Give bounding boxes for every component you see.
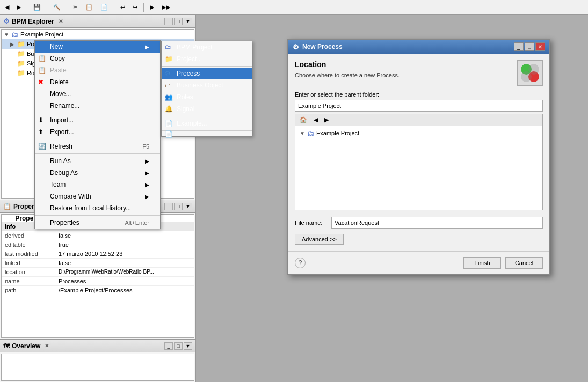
dialog-minimize-btn[interactable]: _ (514, 42, 524, 51)
menu-item-copy[interactable]: 📋 Copy (35, 53, 160, 64)
menu-item-compare-with[interactable]: Compare With ▶ (35, 190, 160, 202)
run2-button[interactable]: ▶▶ (159, 2, 173, 12)
overview-content (1, 354, 194, 381)
submenu-item-example[interactable]: 📄 Example... (162, 117, 252, 129)
roles-sub-icon: 👥 (165, 93, 173, 101)
compare-arrow-icon: ▶ (145, 194, 149, 200)
separator-5 (143, 3, 144, 12)
copy-menu-icon: 📋 (38, 55, 47, 62)
menu-item-debug-as[interactable]: Debug As ▶ (35, 167, 160, 179)
submenu-item-roles[interactable]: 👥 Roles (162, 91, 252, 103)
menu-label-rename: Rename... (50, 102, 79, 109)
dialog-maximize-btn[interactable]: □ (525, 42, 534, 51)
menu-item-paste[interactable]: 📋 Paste (35, 64, 160, 76)
submenu-item-business-object[interactable]: 🗃 Business Object (162, 79, 252, 91)
prop-minimize-btn[interactable]: _ (164, 203, 173, 210)
panel-menu-btn[interactable]: ▼ (184, 18, 192, 25)
prop-key-lastmod: last modified (2, 249, 55, 259)
build-button[interactable]: 🔨 (50, 2, 63, 12)
menu-item-refresh[interactable]: 🔄 Refresh F5 (35, 141, 160, 152)
table-row: location D:\Programmi\WebRatio\WebRatio … (2, 268, 194, 277)
dialog-file-name-input[interactable] (331, 217, 543, 229)
dialog-finish-btn[interactable]: Finish (463, 257, 501, 269)
dialog-close-btn[interactable]: ✕ (535, 42, 545, 51)
roles-icon: 📁 (17, 69, 25, 77)
menu-item-properties[interactable]: Properties Alt+Enter (35, 217, 160, 229)
help-icon[interactable]: ? (295, 258, 306, 268)
submenu-item-process[interactable]: ⚙ Process (162, 68, 252, 79)
dialog-cancel-btn[interactable]: Cancel (505, 257, 543, 269)
dialog-advanced-btn[interactable]: Advanced >> (295, 234, 344, 245)
submenu-item-signal[interactable]: 🔔 Signal (162, 103, 252, 115)
overview-title: 🗺 Overview ✕ (3, 342, 49, 350)
prop-val-derived: false (55, 231, 194, 240)
table-row: derived false (2, 231, 194, 240)
overview-icon: 🗺 (3, 342, 10, 350)
debug-as-arrow-icon: ▶ (145, 170, 149, 176)
menu-label-export: Export... (50, 128, 74, 136)
menu-item-new[interactable]: New ▶ 🗂 BPM Project 📁 Project... ⚙ Proce… (35, 41, 160, 53)
save-button[interactable]: 💾 (31, 2, 43, 12)
menu-item-delete[interactable]: ✖ Delete (35, 76, 160, 88)
business-object-sub-icon: 🗃 (165, 82, 173, 89)
submenu-item-other[interactable]: 📄 (162, 132, 252, 136)
expand-icon: ▼ (4, 32, 10, 38)
prop-menu-btn[interactable]: ▼ (184, 203, 192, 210)
menu-sep-1 (35, 113, 160, 113)
bpm-explorer-close-icon[interactable]: ✕ (59, 18, 63, 24)
expand-icon-proc: ▶ (10, 41, 17, 47)
dialog-file-name-label: File name: (295, 219, 327, 226)
forward-button[interactable]: ▶ (14, 2, 24, 12)
bpm-project-icon: 🗂 (165, 43, 173, 51)
menu-item-restore[interactable]: Restore from Local History... (35, 202, 160, 214)
menu-label-team: Team (50, 181, 66, 188)
table-row: path /Example Project/Processes (2, 286, 194, 295)
menu-item-move[interactable]: Move... (35, 88, 160, 100)
overview-close-icon[interactable]: ✕ (45, 343, 49, 349)
dialog-tree-item-project[interactable]: ▼ 🗂 Example Project (297, 128, 540, 138)
prop-val-location: D:\Programmi\WebRatio\WebRatio BP... (55, 268, 194, 277)
run-button[interactable]: ▶ (147, 2, 157, 12)
dialog-titlebar: ⚙ New Process _ □ ✕ (288, 40, 549, 54)
tree-home-btn[interactable]: 🏠 (297, 115, 309, 124)
dialog-process-icon (517, 60, 543, 86)
tree-forward-btn[interactable]: ▶ (322, 115, 331, 124)
menu-label-properties: Properties (50, 219, 79, 226)
submenu-item-project[interactable]: 📁 Project... (162, 53, 252, 65)
prop-key-path: path (2, 286, 55, 295)
menu-item-export[interactable]: ⬆ Export... (35, 126, 160, 138)
dialog-expand-icon: ▼ (300, 130, 306, 136)
prop-key-name: name (2, 277, 55, 286)
overview-label: Overview (12, 342, 40, 350)
bpm-explorer-controls: _ □ ▼ (164, 18, 192, 25)
menu-item-run-as[interactable]: Run As ▶ (35, 155, 160, 167)
copy-button[interactable]: 📋 (83, 2, 96, 12)
redo-button[interactable]: ↪ (130, 2, 140, 12)
ov-menu-btn[interactable]: ▼ (184, 342, 192, 350)
dialog-title-label: New Process (302, 43, 343, 50)
menu-item-rename[interactable]: Rename... (35, 100, 160, 112)
undo-button[interactable]: ↩ (118, 2, 128, 12)
dialog-folder-input[interactable] (295, 100, 543, 112)
ov-maximize-btn[interactable]: □ (174, 342, 183, 350)
main-toolbar: ◀ ▶ 💾 🔨 ✂ 📋 📄 ↩ ↪ ▶ ▶▶ (0, 0, 588, 15)
minimize-btn[interactable]: _ (164, 18, 173, 25)
team-arrow-icon: ▶ (145, 182, 149, 188)
tree-back-btn[interactable]: ◀ (311, 115, 320, 124)
paste-button[interactable]: 📄 (98, 2, 111, 12)
menu-item-team[interactable]: Team ▶ (35, 179, 160, 190)
table-row: name Processes (2, 277, 194, 286)
separator-2 (47, 3, 47, 12)
ov-minimize-btn[interactable]: _ (164, 342, 173, 350)
submenu-item-bpm-project[interactable]: 🗂 BPM Project (162, 41, 252, 53)
project-label: Example Project (20, 31, 63, 38)
dialog-tree-content: ▼ 🗂 Example Project (295, 126, 542, 140)
back-button[interactable]: ◀ (2, 2, 12, 12)
tree-item-root[interactable]: ▼ 🗂 Example Project (2, 30, 194, 39)
prop-val-path: /Example Project/Processes (55, 286, 194, 295)
maximize-btn[interactable]: □ (174, 18, 183, 25)
submenu-label-project: Project... (177, 55, 202, 63)
prop-maximize-btn[interactable]: □ (174, 203, 183, 210)
cut-button[interactable]: ✂ (70, 2, 81, 12)
menu-item-import[interactable]: ⬇ Import... (35, 114, 160, 126)
